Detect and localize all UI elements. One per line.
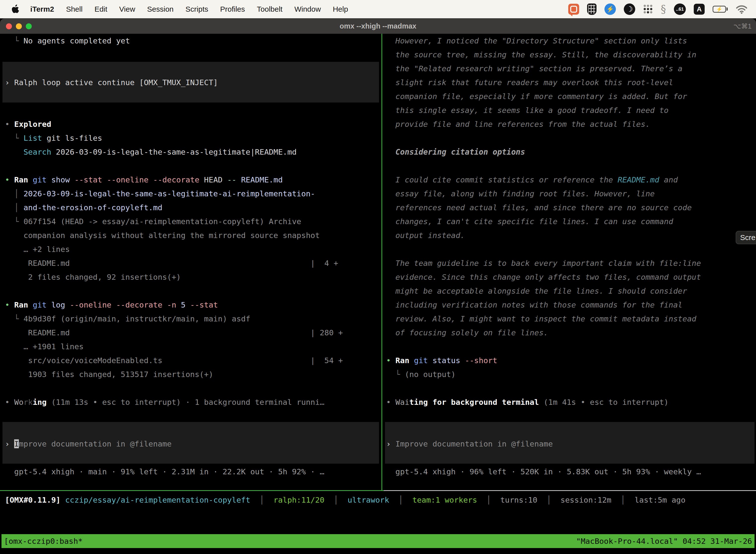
terminal-text-segment: ralph:11/20	[273, 495, 324, 504]
terminal-text-segment: README.md	[241, 175, 283, 184]
menu-item-edit[interactable]: Edit	[94, 5, 107, 13]
terminal-line: review. Also, I might want to inspect th…	[386, 312, 755, 326]
menu-item-view[interactable]: View	[119, 5, 135, 13]
terminal-text-segment: --oneline	[70, 300, 116, 309]
terminal-text-segment: │	[324, 495, 348, 504]
terminal-text-segment: │	[389, 495, 412, 504]
screen-record-badge-icon[interactable]	[568, 4, 579, 15]
wifi-icon[interactable]	[736, 4, 748, 14]
menu-item-shell[interactable]: Shell	[66, 5, 82, 13]
terminal-line: essay file, along with finding root file…	[386, 187, 755, 201]
minimize-button[interactable]	[16, 23, 22, 29]
terminal-text-segment: and	[659, 175, 678, 184]
terminal-text-segment: However, I noticed the "Directory Struct…	[386, 36, 687, 45]
dots-grid-icon[interactable]	[643, 4, 653, 14]
terminal-text-segment: --oneline	[107, 175, 153, 184]
terminal-line: └ 067f154 (HEAD -> essay/ai-reimplementa…	[5, 214, 380, 228]
menu-items: iTerm2 Shell Edit View Session Scripts P…	[30, 5, 348, 13]
terminal-line: the "Related research writing" section i…	[386, 62, 755, 75]
terminal-text-segment: I	[14, 439, 19, 448]
menu-bar: iTerm2 Shell Edit View Session Scripts P…	[0, 0, 756, 18]
menu-item-scripts[interactable]: Scripts	[186, 5, 208, 13]
terminal-line: this single essay, it seems like a good …	[386, 103, 755, 117]
terminal-line: › Improve documentation in @filename	[386, 437, 755, 451]
left-agent-pane[interactable]: └ No agents completed yet › Ralph loop a…	[5, 34, 380, 479]
terminal-line: Considering citation options	[386, 145, 755, 159]
terminal-text-segment	[5, 148, 23, 156]
apple-menu-icon[interactable]	[11, 4, 19, 14]
terminal-text-segment: └	[5, 217, 23, 226]
terminal-line	[386, 159, 755, 173]
terminal-text-segment: rk	[23, 398, 33, 406]
terminal-text-segment: [OMX#0.11.9]	[5, 495, 61, 504]
terminal-text-segment: Ran	[395, 356, 414, 365]
terminal-line: might be acceptable alongside the file l…	[386, 284, 755, 298]
terminal-text-segment: mprove documentation in @filename	[19, 439, 172, 448]
menu-item-toolbelt[interactable]: Toolbelt	[257, 5, 282, 13]
crescent-circle-icon[interactable]: ☾	[624, 3, 635, 15]
terminal-line: • Explored	[5, 117, 380, 131]
terminal-line: • Ran git show --stat --oneline --decora…	[5, 173, 380, 187]
terminal-line	[5, 409, 380, 423]
terminal-text-segment: │	[250, 495, 273, 504]
pane-divider-vertical[interactable]	[381, 34, 382, 491]
terminal-line: • Working (11m 13s • esc to interrupt) ·…	[5, 395, 380, 409]
menu-item-window[interactable]: Window	[295, 5, 321, 13]
terminal-text-segment: │	[5, 189, 23, 198]
terminal-text-segment: Ran	[14, 175, 33, 184]
terminal-line	[5, 284, 380, 298]
omx-status-line: [OMX#0.11.9] cczip/essay/ai-reimplementa…	[5, 493, 686, 507]
terminal-line: • Ran git status --short	[386, 353, 755, 367]
terminal-text-segment: this single essay, it seems like a good …	[386, 106, 669, 115]
terminal-text-segment: │	[5, 203, 23, 212]
terminal-text-segment: the "Related research writing" section i…	[386, 64, 682, 73]
tmux-status-bar: [omx-cczip0:bash* "MacBook-Pro-44.local"…	[1, 534, 755, 548]
terminal-line: gpt-5.4 xhigh · main · 91% left · 2.31M …	[5, 465, 380, 479]
terminal-text-segment: •	[5, 398, 14, 406]
terminal-line: └ (no output)	[386, 367, 755, 381]
right-agent-pane[interactable]: However, I noticed the "Directory Struct…	[386, 34, 755, 479]
terminal-text-segment: git	[414, 356, 433, 365]
menu-item-iterm2[interactable]: iTerm2	[30, 5, 54, 13]
terminal-text-segment: -n	[167, 300, 181, 309]
terminal-text-segment: might be acceptable alongside the file l…	[386, 286, 687, 295]
terminal-text-segment: turns:10	[500, 495, 537, 504]
bolt-circle-icon[interactable]: ⚡	[605, 3, 616, 15]
terminal-line	[386, 131, 755, 145]
terminal-text-segment: gpt-5.4 xhigh · 96% left · 520K in · 5.8…	[386, 467, 701, 476]
terminal-text-segment: README.md | 4 +	[5, 259, 338, 268]
terminal-line: gpt-5.4 xhigh · 96% left · 520K in · 5.8…	[386, 465, 755, 479]
grid-shield-icon[interactable]	[587, 3, 596, 15]
terminal-text-segment: List	[23, 133, 42, 143]
menu-item-profiles[interactable]: Profiles	[220, 5, 245, 13]
close-button[interactable]	[6, 23, 12, 29]
terminal-line	[5, 48, 380, 62]
tmux-window-tab[interactable]: [omx-cczip0:bash*	[4, 534, 82, 548]
terminal-line: src/voice/voiceModeEnabled.ts | 54 +	[5, 353, 380, 367]
terminal-text-segment: gpt-5.4 xhigh · main · 91% left · 2.31M …	[5, 467, 324, 476]
terminal-text-segment: changes, I can't cite specific file line…	[386, 217, 673, 226]
terminal-line	[386, 340, 755, 353]
terminal-line: slight risk that future readers may over…	[386, 75, 755, 89]
terminal-text-segment: … +2 lines	[5, 245, 70, 254]
menu-item-help[interactable]: Help	[333, 5, 348, 13]
terminal-text-segment: Considering citation options	[386, 148, 525, 156]
terminal-line: … +2 lines	[5, 242, 380, 256]
terminal-text-segment: README.md	[618, 175, 659, 184]
terminal-line: › Improve documentation in @filename	[5, 437, 380, 451]
terminal-text-segment: ing	[33, 398, 47, 406]
terminal-text-segment: └	[5, 314, 23, 323]
badge-61-icon[interactable]: ..61	[674, 3, 686, 15]
terminal-line: of focusing solely on file lines.	[386, 326, 755, 340]
squiggle-icon[interactable]: §	[661, 3, 666, 15]
keyboard-layout-icon[interactable]: A	[694, 4, 705, 15]
terminal-text-segment: evidence. Since this change only affects…	[386, 273, 701, 281]
terminal-text-segment: --short	[465, 356, 497, 365]
battery-icon[interactable]: ⚡	[712, 6, 728, 13]
terminal-text-segment: git ls-files	[42, 133, 102, 143]
menu-item-session[interactable]: Session	[147, 5, 174, 13]
terminal-text-segment: I could cite commit statistics or refere…	[386, 175, 618, 184]
terminal-line: └ List git ls-files	[5, 131, 380, 145]
terminal-line: • Ran git log --oneline --decorate -n 5 …	[5, 298, 380, 312]
zoom-button[interactable]	[26, 23, 32, 29]
